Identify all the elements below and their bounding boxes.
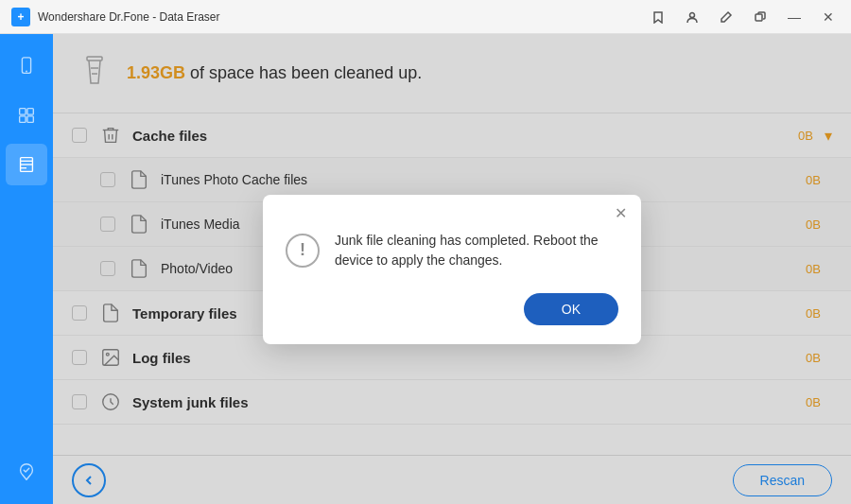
content-area: 1.93GB of space has been cleaned up. Cac…: [53, 34, 851, 504]
modal-overlay: ✕ ! Junk file cleaning has completed. Re…: [53, 34, 851, 504]
svg-rect-5: [27, 109, 33, 114]
svg-rect-6: [20, 116, 26, 122]
app-title: Wondershare Dr.Fone - Data Eraser: [38, 10, 647, 24]
sidebar-item-data[interactable]: [6, 95, 47, 136]
svg-rect-1: [755, 14, 762, 21]
sidebar: [0, 34, 53, 504]
main-layout: 1.93GB of space has been cleaned up. Cac…: [0, 34, 851, 504]
sidebar-item-phone[interactable]: [6, 45, 47, 87]
window-controls: — ✕: [647, 6, 840, 28]
modal-footer: OK: [263, 293, 641, 344]
modal-body: ! Junk file cleaning has completed. Rebo…: [263, 223, 641, 293]
svg-rect-4: [20, 109, 26, 114]
person-icon[interactable]: [681, 6, 703, 28]
modal-dialog: ✕ ! Junk file cleaning has completed. Re…: [263, 195, 641, 344]
ok-button[interactable]: OK: [524, 293, 618, 325]
info-icon: !: [286, 234, 320, 268]
sidebar-item-eraser[interactable]: [6, 144, 47, 185]
modal-header: ✕: [263, 195, 641, 223]
svg-rect-7: [27, 116, 33, 122]
window-icon[interactable]: [749, 6, 772, 28]
close-icon[interactable]: ✕: [817, 6, 840, 28]
app-logo: +: [11, 8, 30, 26]
modal-message: Junk file cleaning has completed. Reboot…: [335, 231, 618, 270]
minimize-icon[interactable]: —: [783, 6, 806, 28]
modal-close-button[interactable]: ✕: [611, 204, 630, 223]
titlebar: + Wondershare Dr.Fone - Data Eraser —: [0, 0, 851, 34]
bookmark-icon[interactable]: [647, 6, 669, 28]
sidebar-item-clean[interactable]: [6, 451, 47, 493]
svg-point-0: [690, 12, 695, 17]
edit-icon[interactable]: [715, 6, 738, 28]
